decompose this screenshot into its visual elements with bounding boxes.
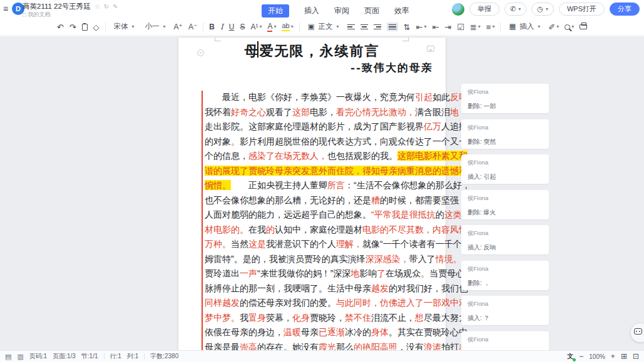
tracked-change-text: 糟: [371, 195, 380, 205]
doc-line[interactable]: 脉搏停止的那一刻，我哽咽了。生活中母亲越发的对我们好，我们也: [205, 281, 442, 296]
fit-page-icon[interactable]: ⊞: [621, 352, 627, 361]
line-spacing-button[interactable]: ⇅: [404, 23, 411, 31]
edit-icon[interactable]: ✎: [113, 3, 118, 10]
doc-line[interactable]: 梦中梦。我置身荧幕，化身贾晓玲，禁不住泪流不止，想尽最大努力: [205, 311, 442, 326]
comment-card[interactable]: 侯Fiona插入: ？: [461, 296, 549, 325]
document-title[interactable]: 商英2111 22号王秀廷: [23, 2, 91, 11]
undo-button[interactable]: ↶: [57, 23, 64, 31]
tracked-change-text: 的艳阳高照: [354, 342, 397, 351]
search-button[interactable]: ▾: [565, 24, 574, 30]
tab-insert[interactable]: 插入: [304, 6, 319, 16]
doc-line[interactable]: 姆雷特”。是的，我被演员贾玲的真实演绎深深感染，带入了情境。: [205, 252, 442, 267]
align-right-button[interactable]: [374, 24, 381, 29]
document-page[interactable]: − 母爱无限，永续前言 --致伟大的母亲 最近，电影《你好，李焕英》一夜爆火，究…: [178, 38, 446, 350]
zoom-out-button[interactable]: −: [579, 352, 583, 361]
checkbox-list-button[interactable]: ☑: [457, 23, 464, 31]
report-button[interactable]: 举报: [469, 3, 499, 16]
tab-efficiency[interactable]: 效率: [394, 6, 409, 16]
comment-card[interactable]: 侯Fiona删除: 突然: [461, 119, 549, 149]
indent-settings-button[interactable]: ⇤ ▾: [416, 23, 427, 31]
numbered-list-button[interactable]: ≡ ▾: [486, 23, 495, 31]
doc-line[interactable]: 母亲是最崇高的存在。她没有霞光那么的艳阳高照，没有浪涛拍打赤: [205, 340, 442, 351]
superscript-button[interactable]: A¹ ▾: [250, 23, 262, 31]
doc-line[interactable]: 材电影的。在我的认知中，家庭伦理题材电影的不尽其数，内容风情: [205, 223, 442, 238]
zoom-level[interactable]: 100%: [589, 353, 605, 360]
star-icon[interactable]: ☆: [95, 3, 100, 10]
doc-line[interactable]: 也不会像你想象的那么糟，无论好的，还是糟的时候，都需要坚强，: [205, 193, 442, 208]
doc-line[interactable]: 最近，电影《你好，李焕英》一夜爆火，究竟为何引起如此反响？: [205, 90, 442, 105]
doc-line[interactable]: 走出影院。这部家庭伦理题材的影片，成为了国产影视界亿万人追捧: [205, 119, 442, 134]
doc-line[interactable]: 依偎在母亲的身边，温暖母亲已逐渐冰冷的身体。其实在贾晓玲心中，: [205, 325, 442, 340]
increase-indent-button[interactable]: ⇥: [444, 23, 451, 31]
body-text: 贾玲道出: [205, 268, 240, 278]
numbered-list-icon: ≡: [486, 23, 491, 31]
comment-card[interactable]: 侯Fiona删除: 爆火: [461, 190, 549, 219]
font-size-select[interactable]: 小一 ▾: [143, 21, 168, 33]
format-painter-button[interactable]: ◇: [93, 23, 100, 31]
tracked-change-text: 了: [377, 268, 386, 278]
comment-action: 删除: 一部: [468, 102, 543, 111]
document-body[interactable]: 最近，电影《你好，李焕英》一夜爆火，究竟为何引起如此反响？我怀着好奇之心观看了这…: [205, 90, 442, 350]
document-subheading[interactable]: --致伟大的母亲: [350, 61, 433, 75]
insert-menu-button[interactable]: ▦ 插入 ▾: [506, 21, 543, 33]
comment-card[interactable]: 侯Fiona插入: 好奇之心: [461, 331, 549, 351]
share-button[interactable]: 分享: [610, 3, 640, 16]
call-collab-button[interactable]: ✆ ▾: [504, 3, 526, 16]
page-view-icon[interactable]: ▤: [5, 353, 11, 361]
highlight-button[interactable]: ab ▾: [282, 23, 293, 31]
italic-button[interactable]: I: [220, 23, 223, 31]
paste-button[interactable]: [82, 24, 88, 31]
align-left-button[interactable]: [347, 24, 355, 29]
redo-button[interactable]: ↷: [69, 23, 76, 31]
tracked-change-text: 这是: [248, 239, 266, 249]
decrease-font-button[interactable]: A⁻: [188, 23, 197, 31]
font-name-select[interactable]: 宋体 ▾: [111, 21, 137, 33]
doc-line[interactable]: 人面对脆弱的能力，远远超乎自己的想象。“平常我是很抵抗的这类题: [205, 208, 442, 223]
doc-line[interactable]: 的对象。影片利用超脱世俗的现代表达方式，向观众传达了一个又一: [205, 134, 442, 149]
strikethrough-button[interactable]: S: [240, 23, 245, 31]
bullet-list-button[interactable]: ≣ ▾: [470, 23, 481, 31]
tracked-change-text: 禁不住: [345, 313, 371, 323]
underline-button[interactable]: U: [229, 23, 235, 31]
wps-open-button[interactable]: WPS打开: [559, 3, 605, 16]
doc-line[interactable]: 谐的展现了贾晓玲母亲突发意外而住院，得知母亲病重消息的遗憾和: [205, 164, 442, 179]
bold-button[interactable]: B: [209, 23, 215, 31]
tab-review[interactable]: 审阅: [334, 6, 349, 16]
history-version-button[interactable]: ◷ ▾: [531, 3, 554, 16]
translate-icon[interactable]: 文: [567, 352, 573, 361]
doc-line[interactable]: 惋惜。 正如央视主持人董卿所言：“生活不会像你想象的那么好，: [205, 178, 442, 193]
tab-page[interactable]: 页面: [364, 6, 379, 16]
align-center-button[interactable]: [360, 24, 368, 29]
tab-home[interactable]: 开始: [262, 4, 289, 18]
comment-card[interactable]: 侯Fiona删除: 一部: [461, 84, 549, 113]
word-count-status[interactable]: 字数:2380: [150, 352, 178, 361]
doc-line[interactable]: 我怀着好奇之心观看了这部电影，看完心情无比激动，满含眼泪地: [205, 105, 442, 120]
tracked-change-text: 想: [415, 313, 424, 323]
brush-tool-button[interactable]: ✐ ▾: [548, 23, 559, 31]
assistant-floating-button[interactable]: [630, 323, 644, 343]
font-color-button[interactable]: A ▾: [267, 23, 276, 32]
doc-line[interactable]: 万种。当然这是我潜意识下的个人理解，就像“一千个读者有一千个哈: [205, 237, 442, 252]
chevron-down-icon: ▾: [259, 24, 262, 29]
comment-card[interactable]: 侯Fiona删除: ，: [461, 261, 549, 290]
paragraph-style-select[interactable]: ▣ 正文 ▾: [305, 21, 342, 33]
fullscreen-icon[interactable]: ⊡: [633, 352, 639, 361]
zoom-in-button[interactable]: +: [611, 352, 615, 361]
doc-line[interactable]: 个的信息，感染了在场无数人，也包括观影的我。这部电影朴素又和: [205, 149, 442, 164]
doc-line[interactable]: 同样越发的偿还母亲对我们的爱。与此同时，仿佛进入了一部戏中戏，: [205, 296, 442, 311]
print-button[interactable]: [580, 24, 587, 29]
document-heading[interactable]: 母爱无限，永续前言: [178, 42, 446, 61]
increase-font-button[interactable]: A⁺: [174, 23, 183, 31]
doc-line[interactable]: 贾玲道出一声“来世我做你的妈！”深深地影响了在场观众。当贾母心脏、: [205, 266, 442, 281]
decrease-indent-button[interactable]: ⇤: [432, 23, 439, 31]
hamburger-menu-icon[interactable]: ≡: [3, 4, 8, 14]
comment-card[interactable]: 侯Fiona插入: 反响: [461, 225, 549, 254]
wps-writer-app: ≡ D 商英2111 22号王秀廷 ☆ ↻ ✎ □ 我的文档 开始 插入 审阅 …: [0, 0, 644, 362]
justify-button[interactable]: [387, 23, 398, 31]
comment-card[interactable]: 侯Fiona插入: 引起: [461, 154, 549, 184]
outline-view-icon[interactable]: ▥: [17, 353, 23, 361]
user-avatar[interactable]: [452, 3, 464, 16]
breadcrumb[interactable]: □ 我的文档: [23, 11, 50, 19]
history-icon[interactable]: ↻: [104, 3, 109, 10]
tracked-change-text: 谐的展现了贾晓玲母亲突发意外而住院，得知母亲病重消息的遗憾和: [205, 166, 468, 176]
